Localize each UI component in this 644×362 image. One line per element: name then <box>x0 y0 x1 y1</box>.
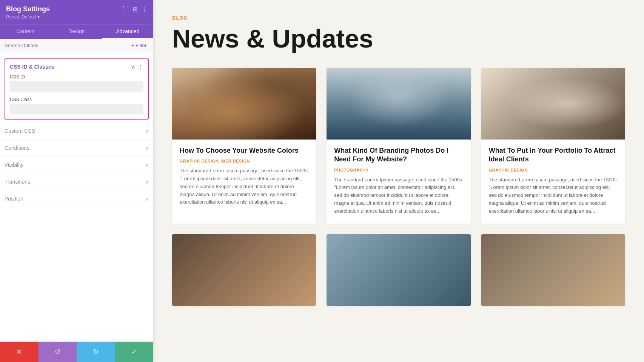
redo-button[interactable]: ↻ <box>77 342 115 362</box>
blog-card-1[interactable]: How To Choose Your Website Colors GRAPHI… <box>172 68 316 224</box>
blog-card-2-title: What Kind Of Branding Photos Do I Need F… <box>334 146 463 164</box>
blog-card-1-body: How To Choose Your Website Colors GRAPHI… <box>172 140 316 215</box>
css-id-classes-collapse-icon[interactable]: ∧ <box>131 64 135 70</box>
blog-card-2-categories: PHOTOGRAPHY <box>334 168 463 172</box>
search-input[interactable] <box>5 43 129 48</box>
blog-card-3-categories: GRAPHIC DESIGN <box>489 168 618 172</box>
sidebar: Blog Settings ⛶ ⊞ ⋮ Preset: Default ▾ Co… <box>0 0 153 362</box>
sidebar-header: Blog Settings ⛶ ⊞ ⋮ Preset: Default ▾ <box>0 0 153 24</box>
visibility-chevron-icon: ∨ <box>145 162 149 168</box>
blog-card-1-title: How To Choose Your Website Colors <box>180 146 308 155</box>
transitions-chevron-icon: ∨ <box>145 179 149 185</box>
visibility-title: Visibility <box>5 162 23 168</box>
blog-card-3-excerpt: The standard Lorem Ipsum passage, used s… <box>489 176 618 215</box>
blog-card-6-image <box>481 234 625 306</box>
css-id-classes-title: CSS ID & Classes <box>10 64 54 70</box>
blog-card-2[interactable]: What Kind Of Branding Photos Do I Need F… <box>327 68 470 224</box>
blog-label: BLOG <box>172 15 625 21</box>
transitions-section: Transitions ∨ <box>0 173 153 190</box>
blog-card-4[interactable] <box>172 234 316 306</box>
visibility-section: Visibility ∨ <box>0 156 153 173</box>
css-id-classes-section: CSS ID & Classes ∧ ⋮ CSS ID CSS Class <box>5 58 149 120</box>
position-header[interactable]: Position ∨ <box>5 190 149 207</box>
blog-card-2-body: What Kind Of Branding Photos Do I Need F… <box>327 140 470 224</box>
blog-card-5-image <box>327 234 470 306</box>
reset-button[interactable]: ↺ <box>39 342 77 362</box>
position-title: Position <box>5 196 23 202</box>
sidebar-preset[interactable]: Preset: Default ▾ <box>6 14 147 20</box>
css-id-classes-more-icon[interactable]: ⋮ <box>138 64 143 70</box>
more-icon[interactable]: ⋮ <box>141 6 147 13</box>
tab-content[interactable]: Content <box>0 25 51 39</box>
conditions-header[interactable]: Conditions ∨ <box>5 140 149 156</box>
custom-css-section: Custom CSS ∨ <box>0 123 153 140</box>
custom-css-title: Custom CSS <box>5 128 35 134</box>
blog-card-1-excerpt: The standard Lorem Ipsum passage, used s… <box>180 167 308 206</box>
expand-icon[interactable]: ⛶ <box>123 6 129 13</box>
blog-card-2-excerpt: The standard Lorem Ipsum passage, used s… <box>334 176 463 215</box>
custom-css-header[interactable]: Custom CSS ∨ <box>5 123 149 139</box>
custom-css-chevron-icon: ∨ <box>145 128 149 134</box>
blog-grid-row-2 <box>172 234 625 306</box>
sidebar-title: Blog Settings <box>6 5 50 13</box>
blog-title: News & Updates <box>172 25 625 53</box>
conditions-section: Conditions ∨ <box>0 140 153 156</box>
css-class-input[interactable] <box>10 104 143 114</box>
blog-card-3-image <box>481 68 625 140</box>
conditions-chevron-icon: ∨ <box>145 145 149 151</box>
blog-grid-row-1: How To Choose Your Website Colors GRAPHI… <box>172 68 625 224</box>
blog-card-3[interactable]: What To Put In Your Portfolio To Attract… <box>481 68 625 224</box>
css-id-classes-header: CSS ID & Classes ∧ ⋮ <box>10 64 143 70</box>
sidebar-body: CSS ID & Classes ∧ ⋮ CSS ID CSS Class Cu… <box>0 52 153 342</box>
visibility-header[interactable]: Visibility ∨ <box>5 156 149 173</box>
conditions-title: Conditions <box>5 145 29 151</box>
tab-design[interactable]: Design <box>51 25 102 39</box>
blog-card-4-image <box>172 234 316 306</box>
blog-card-5[interactable] <box>327 234 470 306</box>
tab-advanced[interactable]: Advanced <box>102 25 153 39</box>
position-chevron-icon: ∨ <box>145 196 149 202</box>
position-section: Position ∨ <box>0 190 153 207</box>
sidebar-search-row: + Filter <box>0 39 153 52</box>
blog-card-6[interactable] <box>481 234 625 306</box>
css-class-label: CSS Class <box>10 97 143 102</box>
save-button[interactable]: ✓ <box>115 342 154 362</box>
css-id-label: CSS ID <box>10 74 143 80</box>
blog-card-1-image <box>172 68 316 140</box>
sidebar-tabs: Content Design Advanced <box>0 24 153 39</box>
blog-card-3-title: What To Put In Your Portfolio To Attract… <box>489 146 618 164</box>
filter-button[interactable]: + Filter <box>129 42 149 49</box>
section-header-icons: ∧ ⋮ <box>131 64 143 70</box>
main-content: BLOG News & Updates How To Choose Your W… <box>153 0 644 362</box>
sidebar-header-icons: ⛶ ⊞ ⋮ <box>123 6 147 13</box>
cancel-button[interactable]: ✕ <box>0 342 39 362</box>
blog-card-2-image <box>327 68 470 140</box>
blog-card-1-categories: GRAPHIC DESIGN, WEB DESIGN <box>180 159 308 163</box>
grid-icon[interactable]: ⊞ <box>132 6 137 13</box>
blog-card-3-body: What To Put In Your Portfolio To Attract… <box>481 140 625 224</box>
transitions-header[interactable]: Transitions ∨ <box>5 173 149 190</box>
transitions-title: Transitions <box>5 179 30 185</box>
sidebar-bottom-bar: ✕ ↺ ↻ ✓ <box>0 342 153 362</box>
css-id-input[interactable] <box>10 81 143 92</box>
